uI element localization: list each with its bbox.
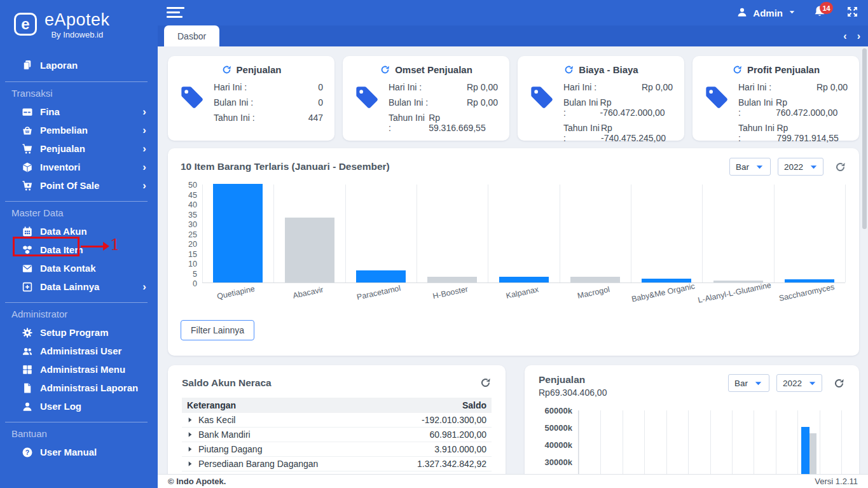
- copyright-text: © Indo Apotek.: [168, 477, 226, 486]
- bar-saccharomyces[interactable]: [785, 279, 834, 282]
- y-axis-tick: 30000k: [545, 457, 572, 467]
- table-row[interactable]: Piutang Dagang3.910.000,00: [182, 442, 492, 457]
- sidebar-item-data-akun[interactable]: Data Akun: [0, 222, 158, 241]
- refresh-icon[interactable]: [833, 377, 845, 389]
- users-icon: [22, 345, 33, 357]
- sidebar-item-data-item[interactable]: Data Item: [0, 241, 158, 259]
- gridline: [666, 410, 667, 474]
- chart-title: 10 Item Barang Terlaris (Januari - Desem…: [181, 161, 390, 172]
- bar-baby-me-organic[interactable]: [642, 279, 691, 282]
- sidebar-item-fina[interactable]: Fina›: [0, 102, 158, 121]
- saldo-table-header: Keterangan Saldo: [182, 398, 492, 413]
- report-icon: [22, 59, 33, 71]
- bar-macrogol[interactable]: [570, 277, 620, 282]
- stat-row: Bulan Ini :0: [214, 97, 323, 108]
- stat-row-label: Bulan Ini :: [214, 97, 253, 108]
- sidebar-item-laporan[interactable]: Laporan: [0, 55, 158, 75]
- year-select[interactable]: 2022: [776, 374, 822, 392]
- stat-row: Bulan Ini :Rp 0,00: [389, 97, 498, 108]
- top-items-chart-panel: 10 Item Barang Terlaris (Januari - Desem…: [168, 148, 859, 356]
- basket-icon: [22, 125, 33, 136]
- sidebar-item-administrasi-laporan[interactable]: Administrasi Laporan: [0, 379, 158, 397]
- stat-row-label: Bulan Ini :: [738, 97, 776, 118]
- y-axis-tick: 20: [188, 240, 197, 249]
- table-row[interactable]: Bank Mandiri60.981.200,00: [182, 428, 492, 442]
- sidebar-item-user-manual[interactable]: ?User Manual: [0, 443, 158, 461]
- saldo-akun-neraca-panel: Saldo Akun Neraca Keterangan Saldo Kas K…: [168, 365, 506, 474]
- sales-bar[interactable]: [801, 427, 809, 474]
- tab-scroll-right-icon[interactable]: ›: [857, 31, 860, 42]
- gear-icon: [22, 327, 33, 338]
- stat-row: Hari Ini :Rp 0,00: [389, 82, 498, 92]
- sidebar-item-label: Administrasi Menu: [40, 364, 125, 375]
- gridline: [579, 410, 579, 474]
- chart-type-value: Bar: [736, 162, 749, 172]
- bar-abacavir[interactable]: [285, 218, 334, 282]
- sales-bar[interactable]: [809, 433, 816, 474]
- gridline: [688, 410, 689, 474]
- bar-h-booster[interactable]: [427, 277, 477, 282]
- stat-row-value: 0: [318, 82, 323, 92]
- sidebar-item-administrasi-menu[interactable]: Administrasi Menu: [0, 360, 158, 379]
- column-saldo: Saldo: [380, 398, 492, 413]
- penjualan-title: Penjualan: [539, 374, 607, 386]
- stat-row-value: Rp 0,00: [642, 82, 673, 92]
- sidebar-divider: [5, 302, 148, 303]
- gridline: [774, 185, 775, 282]
- sidebar-item-data-lainnya[interactable]: Data Lainnya›: [0, 277, 158, 296]
- y-axis-tick: 30: [188, 220, 197, 229]
- expand-row-icon[interactable]: [187, 415, 193, 425]
- expand-row-icon[interactable]: [187, 459, 193, 469]
- expand-row-icon[interactable]: [187, 444, 193, 454]
- tab-scroll-left-icon[interactable]: ‹: [843, 31, 846, 42]
- refresh-icon[interactable]: [479, 377, 492, 389]
- expand-row-icon[interactable]: [187, 429, 193, 440]
- hamburger-menu-icon[interactable]: [167, 7, 186, 20]
- user-menu[interactable]: Admin: [736, 6, 796, 20]
- refresh-icon[interactable]: [732, 64, 743, 75]
- tag-icon: [179, 82, 206, 123]
- sidebar-item-administrasi-user[interactable]: Administrasi User: [0, 342, 158, 360]
- bar-paracetamol[interactable]: [356, 270, 406, 282]
- refresh-icon[interactable]: [221, 64, 232, 75]
- refresh-icon[interactable]: [834, 161, 846, 173]
- cart-icon: [22, 143, 33, 155]
- sidebar-item-user-log[interactable]: User Log: [0, 397, 158, 415]
- bar-kalpanax[interactable]: [499, 277, 549, 282]
- sidebar-divider: [5, 201, 148, 202]
- sidebar-item-inventori[interactable]: Inventori›: [0, 158, 158, 176]
- fullscreen-icon[interactable]: [846, 5, 859, 21]
- sidebar-item-penjualan[interactable]: Penjualan›: [0, 139, 158, 158]
- sidebar-item-point-of-sale[interactable]: Point Of Sale›: [0, 176, 158, 195]
- account-name: Kas Kecil: [198, 415, 235, 425]
- x-axis-label: L-Alanyl-L-Glutamine: [697, 281, 772, 305]
- bar-l-alanyl-l-glutamine[interactable]: [713, 281, 763, 282]
- brand[interactable]: e eApotek By Indoweb.id: [0, 0, 158, 48]
- cart-plus-icon: [22, 180, 33, 192]
- sidebar-item-label: Data Lainnya: [40, 281, 99, 292]
- bar-quetiapine[interactable]: [213, 184, 263, 282]
- x-axis-label: Quetiapine: [216, 284, 256, 301]
- keterangan-cell: Persediaan Barang Dagangan: [182, 457, 380, 471]
- chart-type-select[interactable]: Bar: [728, 374, 769, 392]
- gridline: [273, 185, 274, 282]
- table-row[interactable]: Persediaan Barang Dagangan1.327.342.842,…: [182, 457, 492, 471]
- table-row[interactable]: Kas Kecil-192.010.300,00: [182, 413, 492, 428]
- year-select[interactable]: 2022: [778, 158, 823, 176]
- sidebar-item-label: Administrasi User: [40, 345, 121, 356]
- sidebar-item-pembelian[interactable]: Pembelian›: [0, 121, 158, 139]
- chart-type-select[interactable]: Bar: [729, 158, 771, 176]
- tab-dasbor[interactable]: Dasbor: [164, 25, 219, 46]
- vertical-scrollbar[interactable]: [862, 48, 867, 229]
- filter-button[interactable]: Filter Lainnya: [181, 320, 254, 340]
- stat-row-label: Hari Ini :: [563, 82, 596, 92]
- notifications-button[interactable]: 14: [813, 4, 829, 21]
- refresh-icon[interactable]: [563, 64, 574, 75]
- gridline: [345, 185, 346, 282]
- sidebar-item-data-kontak[interactable]: Data Kontak: [0, 259, 158, 277]
- sidebar-item-setup-program[interactable]: Setup Program: [0, 323, 158, 342]
- stat-row: Hari Ini :Rp 0,00: [563, 82, 673, 92]
- refresh-icon[interactable]: [380, 64, 390, 75]
- y-axis-tick: 60000k: [545, 406, 572, 415]
- svg-text:?: ?: [25, 448, 29, 456]
